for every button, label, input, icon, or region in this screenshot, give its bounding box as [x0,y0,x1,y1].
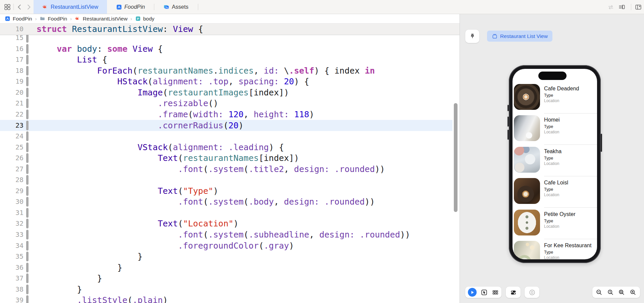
code-line-36[interactable]: 36} [0,262,452,273]
restaurant-name: Cafe Loisl [544,180,568,186]
code-line-17[interactable]: 17List { [0,54,452,65]
code-line-26[interactable]: 26Text(restaurantNames[index]) [0,153,452,164]
code-line-22[interactable]: 22.frame(width: 120, height: 118) [0,109,452,120]
line-number[interactable]: 24 [5,132,23,140]
code-line-21[interactable]: 21.resizable() [0,98,452,109]
zoom-out-button[interactable] [596,289,603,296]
code-line-37[interactable]: 37} [0,273,452,284]
line-number[interactable]: 34 [5,242,23,250]
restaurant-row[interactable]: HomeiTypeLocation [513,115,597,146]
line-number[interactable]: 36 [5,263,23,271]
line-number[interactable]: 35 [5,252,23,260]
restaurant-row[interactable]: For Kee RestaurantTypeLocation [513,241,597,259]
change-bar [26,164,29,174]
code-line-19[interactable]: 19HStack(alignment: .top, spacing: 20) { [0,76,452,87]
back-icon[interactable] [16,3,23,11]
breadcrumb-item-body[interactable]: Pbody [135,16,155,22]
pin-preview-button[interactable] [465,30,479,43]
breadcrumb-item-foodpin[interactable]: FoodPin [40,16,67,22]
line-number[interactable]: 19 [5,77,23,85]
tab-label: FoodPin [124,4,145,10]
swap-editors-icon[interactable] [607,3,614,11]
code-line-27[interactable]: 27.font(.system(.title2, design: .rounde… [0,164,452,175]
line-number[interactable]: 27 [5,165,23,173]
device-bezel-button[interactable] [525,287,539,298]
app-icon [116,4,122,10]
tab-foodpin[interactable]: FoodPin [107,0,154,14]
dynamic-island [538,72,567,80]
code-line-18[interactable]: 18ForEach(restaurantNames.indices, id: \… [0,65,452,76]
breadcrumb-label: FoodPin [48,16,67,22]
breadcrumb-item-foodpin[interactable]: FoodPin [5,16,32,22]
code-line-34[interactable]: 34.foregroundColor(.gray) [0,240,452,251]
line-number[interactable]: 31 [5,209,23,217]
restaurant-row[interactable]: TeakhaTypeLocation [513,147,597,178]
code-text: var body: some View { [57,44,163,54]
change-bar [26,153,29,163]
line-number[interactable]: 26 [5,154,23,162]
code-line-28[interactable]: 28 [0,174,452,185]
code-line-32[interactable]: 32Text("Location") [0,218,452,229]
line-number[interactable]: 29 [5,187,23,195]
line-number[interactable]: 33 [5,230,23,239]
code-line-20[interactable]: 20Image(restaurantImages[index]) [0,87,452,98]
zoom-fit-button[interactable] [618,289,625,296]
restaurant-name: For Kee Restaurant [544,243,591,249]
code-line-30[interactable]: 30.font(.system(.body, design: .rounded)… [0,196,452,207]
code-line-38[interactable]: 38} [0,284,452,295]
restaurant-row[interactable]: Cafe LoislTypeLocation [513,178,597,209]
code-line-25[interactable]: 25VStack(alignment: .leading) { [0,142,452,153]
variants-mode-button[interactable] [492,289,499,296]
zoom-in-button[interactable] [630,289,637,296]
line-number[interactable]: 38 [5,285,23,293]
code-line-23[interactable]: 23.cornerRadius(20) [0,120,452,131]
zoom-100-button[interactable] [607,289,614,296]
restaurant-type: Type [544,250,553,255]
line-number[interactable]: 32 [5,219,23,227]
line-number[interactable]: 17 [5,55,23,63]
code-line-16[interactable]: 16var body: some View { [0,43,452,54]
editor-scrollbar[interactable] [454,103,458,212]
editor-grid-icon[interactable] [4,3,11,11]
sticky-declaration-line[interactable]: 10struct RestaurantListView: View { [0,24,460,35]
device-settings-button[interactable] [506,287,521,298]
line-number[interactable]: 22 [5,110,23,118]
line-number[interactable]: 10 [5,25,23,33]
zoom-controls [592,287,640,298]
editor-options-icon[interactable] [618,3,626,11]
code-line-29[interactable]: 29Text("Type") [0,185,452,197]
preview-tab-chip[interactable]: Restaurant List View [487,31,552,42]
change-bar [26,186,29,196]
line-number[interactable]: 23 [5,121,23,129]
restaurant-photo-tea-pour-with-flowers [514,147,540,173]
forward-icon[interactable] [25,3,32,11]
preview-canvas: Restaurant List View Cafe DeadendTypeLoc… [460,14,644,303]
code-line-39[interactable]: 39.listStyle(.plain) [0,295,452,303]
add-editor-icon[interactable] [635,3,642,11]
tab-restaurantlistview[interactable]: RestaurantListView [34,0,107,14]
code-text: struct RestaurantListView: View { [37,24,203,34]
line-number[interactable]: 28 [5,176,23,184]
restaurant-photo-coffee-pour-white-mug [514,115,540,141]
code-text: .font(.system(.body, design: .rounded)) [178,197,375,207]
line-number[interactable]: 20 [5,88,23,96]
line-number[interactable]: 25 [5,143,23,151]
breadcrumb-item-restaurantlistview[interactable]: RestaurantListView [75,16,127,22]
restaurant-row[interactable]: Petite OysterTypeLocation [513,210,597,241]
tab-assets[interactable]: Assets [154,0,198,14]
code-line-33[interactable]: 33.font(.system(.subheadline, design: .r… [0,229,452,240]
code-editor[interactable]: 1516var body: some View {17List {18ForEa… [0,24,460,303]
selectable-mode-button[interactable] [481,289,488,296]
line-number[interactable]: 16 [5,45,23,53]
code-line-24[interactable]: 24 [0,131,452,142]
line-number[interactable]: 30 [5,198,23,206]
line-number[interactable]: 18 [5,67,23,75]
code-line-31[interactable]: 31 [0,207,452,218]
line-number[interactable]: 21 [5,99,23,107]
panel-divider[interactable] [460,14,460,303]
code-line-35[interactable]: 35} [0,251,452,262]
restaurant-row[interactable]: Cafe DeadendTypeLocation [513,84,597,115]
line-number[interactable]: 37 [5,274,23,282]
line-number[interactable]: 39 [5,296,23,303]
live-preview-button[interactable] [468,288,477,297]
